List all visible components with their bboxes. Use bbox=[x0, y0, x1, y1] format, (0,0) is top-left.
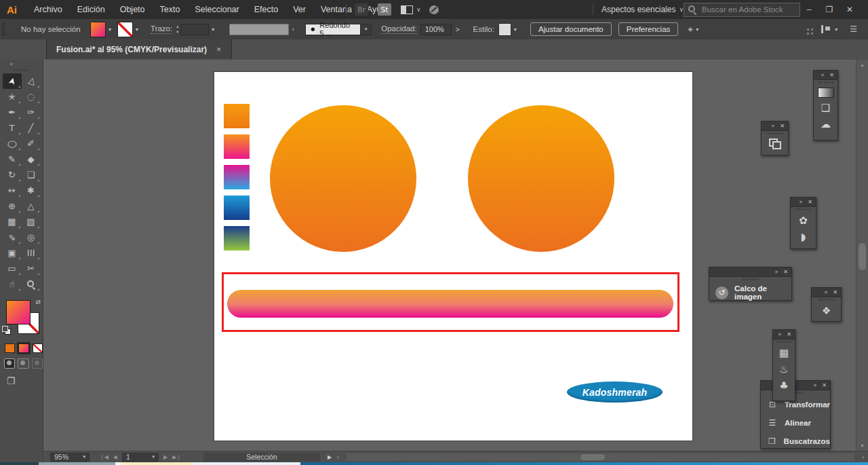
first-artboard-icon[interactable]: ❘◀ bbox=[100, 454, 108, 460]
vertical-scroll-thumb[interactable] bbox=[859, 243, 866, 270]
color-button[interactable] bbox=[5, 343, 15, 353]
screen-mode-icon[interactable]: ❐ bbox=[7, 375, 43, 386]
expand-panel-icon[interactable]: » bbox=[821, 72, 824, 78]
pen-tool[interactable]: ✒ bbox=[3, 105, 22, 120]
close-panel-icon[interactable]: ✕ bbox=[829, 72, 834, 78]
type-tool[interactable]: T bbox=[3, 120, 22, 136]
grid-toggle-icon[interactable] bbox=[807, 29, 809, 31]
direct-selection-tool[interactable]: ▷ bbox=[22, 73, 41, 89]
expand-panel-icon[interactable]: » bbox=[824, 289, 827, 295]
fit-document-button[interactable]: Ajustar documento bbox=[530, 22, 612, 36]
artboard-gradient-swatch-1[interactable] bbox=[224, 104, 250, 128]
color-panel-icon[interactable]: ✿ bbox=[791, 215, 816, 227]
default-fill-stroke-icon[interactable] bbox=[2, 326, 10, 334]
horizontal-scrollbar[interactable] bbox=[347, 453, 854, 461]
expand-panel-icon[interactable]: » bbox=[799, 199, 802, 205]
drag-handle[interactable] bbox=[818, 81, 833, 83]
artboard-gradient-swatch-4[interactable] bbox=[224, 196, 250, 220]
width-tool[interactable]: ↔ bbox=[3, 183, 22, 198]
image-trace-item[interactable]: ↺ Calco de imagen bbox=[709, 282, 791, 303]
chevron-down-icon[interactable]: ▾ bbox=[835, 26, 837, 33]
last-artboard-icon[interactable]: ▶❘ bbox=[172, 454, 181, 460]
drag-handle[interactable] bbox=[776, 341, 791, 343]
close-button[interactable]: ✕ bbox=[840, 5, 860, 14]
close-panel-icon[interactable]: ✕ bbox=[833, 289, 837, 295]
scroll-down-icon[interactable]: ▾ bbox=[856, 443, 868, 449]
overlapping-squares-icon[interactable] bbox=[762, 138, 788, 149]
fill-indicator[interactable] bbox=[6, 300, 31, 324]
chevron-down-icon[interactable]: ∨ bbox=[416, 6, 421, 13]
expand-panel-icon[interactable]: » bbox=[813, 382, 816, 388]
share-icon[interactable] bbox=[429, 5, 439, 14]
search-input[interactable] bbox=[701, 5, 795, 14]
chevron-down-icon[interactable]: ▾ bbox=[108, 26, 111, 33]
bridge-icon[interactable]: Br bbox=[355, 3, 368, 16]
scroll-up-icon[interactable]: ▴ bbox=[856, 62, 868, 68]
drag-handle[interactable] bbox=[743, 278, 758, 280]
graphic-styles-panel-icon[interactable]: ♣ bbox=[773, 379, 795, 392]
none-button[interactable] bbox=[33, 343, 43, 353]
menu-ver[interactable]: Ver bbox=[285, 0, 313, 19]
vertical-scrollbar[interactable]: ▴ ▾ bbox=[856, 60, 868, 451]
draw-normal-button[interactable] bbox=[4, 358, 15, 369]
expand-panel-icon[interactable]: » bbox=[771, 123, 774, 129]
rotate-tool[interactable]: ↻ bbox=[3, 167, 22, 183]
minimize-button[interactable]: – bbox=[799, 5, 819, 14]
stroke-weight-stepper[interactable]: ▴▾ bbox=[176, 24, 178, 34]
brush-definition-select[interactable]: ● Redondo 5 ... bbox=[305, 24, 361, 35]
symbol-sprayer-tool[interactable]: ▣ bbox=[3, 245, 22, 261]
zoom-level-select[interactable]: 95% ▾ bbox=[50, 453, 90, 462]
symbols-panel-icon[interactable]: ▦ bbox=[773, 347, 795, 359]
pencil-tool[interactable]: ✎ bbox=[3, 151, 22, 167]
chevron-down-icon[interactable]: ▾ bbox=[514, 26, 517, 33]
horizontal-scroll-thumb[interactable] bbox=[580, 454, 605, 460]
status-play-icon[interactable]: ▶ bbox=[328, 454, 332, 460]
gradient-pill-bar[interactable] bbox=[227, 290, 673, 318]
selection-tool[interactable]: ➤ bbox=[3, 73, 22, 89]
stroke-weight-label[interactable]: Trazo: bbox=[151, 24, 172, 34]
artboard-tool[interactable]: ▭ bbox=[3, 261, 22, 276]
expand-panel-icon[interactable]: » bbox=[774, 269, 778, 275]
cc-cloud-icon[interactable]: ☁ bbox=[814, 118, 837, 130]
gradient-tool[interactable]: ▧ bbox=[22, 214, 41, 229]
drag-handle[interactable] bbox=[14, 69, 30, 71]
opacity-field[interactable]: 100% bbox=[420, 24, 452, 35]
close-panel-icon[interactable]: ✕ bbox=[808, 199, 812, 205]
drag-handle[interactable] bbox=[2, 23, 5, 35]
close-tab-icon[interactable]: ✕ bbox=[216, 46, 222, 53]
drag-handle[interactable] bbox=[819, 299, 834, 301]
libraries-panel-icon[interactable]: ❑ bbox=[814, 102, 837, 114]
eraser-tool[interactable]: ◆ bbox=[22, 151, 41, 167]
perspective-grid-tool[interactable]: △ bbox=[22, 198, 41, 214]
magic-wand-tool[interactable]: ✭ bbox=[3, 89, 22, 105]
chevron-down-icon[interactable]: ▾ bbox=[212, 26, 214, 33]
scale-tool[interactable]: ❏ bbox=[22, 167, 41, 183]
transform-panel-item[interactable]: ⊡ Transformar bbox=[761, 395, 830, 413]
opacity-more-arrow[interactable]: > bbox=[456, 26, 460, 33]
stock-icon[interactable]: St bbox=[378, 3, 391, 16]
kadoshmerah-logo[interactable]: Kadoshmerah bbox=[567, 382, 663, 403]
align-panel-item[interactable]: ☰ Alinear bbox=[761, 413, 830, 432]
gradient-circle-left[interactable] bbox=[270, 105, 416, 252]
swap-fill-stroke-icon[interactable]: ⇄ bbox=[35, 299, 41, 305]
artboard-number-select[interactable]: 1 ▾ bbox=[122, 453, 159, 462]
menu-efecto[interactable]: Efecto bbox=[247, 0, 285, 19]
style-swatch[interactable] bbox=[498, 23, 511, 36]
stroke-color-swatch[interactable] bbox=[117, 22, 133, 37]
mesh-tool[interactable]: ▦ bbox=[3, 214, 22, 229]
scroll-right-icon[interactable]: › bbox=[862, 453, 865, 461]
menu-archivo[interactable]: Archivo bbox=[26, 0, 70, 19]
arrange-documents-icon[interactable] bbox=[401, 5, 413, 14]
pathfinder-panel-item[interactable]: ❒ Buscatrazos bbox=[761, 432, 830, 450]
gradient-circle-right[interactable] bbox=[468, 105, 614, 252]
tool-options-icon[interactable]: ⌖ bbox=[688, 24, 693, 35]
close-panel-icon[interactable]: ✕ bbox=[787, 331, 791, 337]
workspace-switcher[interactable]: Aspectos esenciales ∨ bbox=[585, 0, 684, 19]
next-artboard-icon[interactable]: ▶ bbox=[163, 454, 167, 460]
expand-panel-icon[interactable]: » bbox=[778, 331, 781, 337]
draw-inside-button[interactable] bbox=[32, 358, 43, 369]
swatch-panel-icon[interactable]: ◗ bbox=[791, 231, 816, 243]
drag-handle[interactable] bbox=[768, 132, 783, 134]
stroke-weight-field[interactable] bbox=[180, 24, 209, 35]
artboard-gradient-swatch-2[interactable] bbox=[224, 134, 250, 159]
